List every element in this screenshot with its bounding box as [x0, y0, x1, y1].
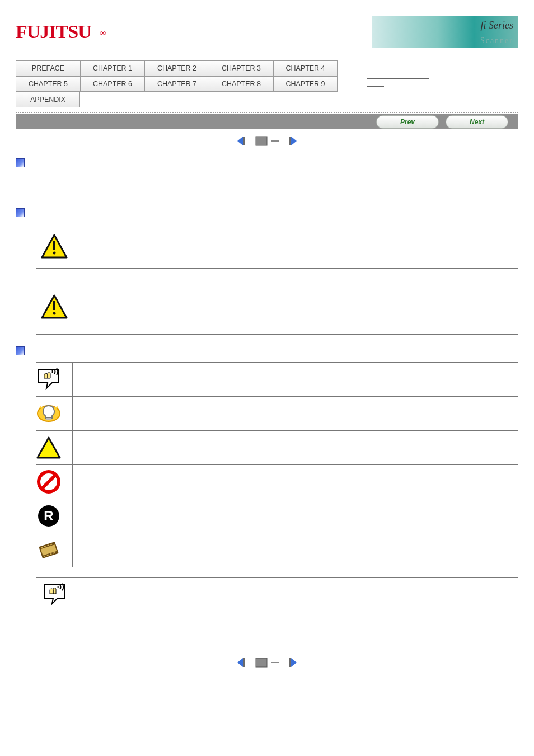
- svg-rect-10: [53, 301, 55, 310]
- warning-triangle-icon: [41, 234, 68, 259]
- tab-chapter-7[interactable]: CHAPTER 7: [144, 76, 209, 92]
- svg-marker-39: [291, 658, 297, 667]
- divider-dotted: [16, 112, 518, 113]
- brand-logo-text: FUJITSU: [16, 21, 91, 42]
- note-box: [36, 577, 518, 640]
- pager-sep-icon: [271, 135, 279, 147]
- tab-chapter-5[interactable]: CHAPTER 5: [16, 76, 80, 92]
- table-row: R: [36, 499, 518, 533]
- tab-chapter-4[interactable]: CHAPTER 4: [273, 60, 338, 76]
- next-button[interactable]: Next: [446, 115, 508, 129]
- tab-chapter-1[interactable]: CHAPTER 1: [80, 60, 144, 76]
- svg-rect-2: [256, 137, 267, 145]
- section-bullet-icon: [16, 346, 25, 355]
- warning-triangle-icon: [41, 294, 68, 319]
- svg-rect-4: [289, 137, 291, 145]
- pager-bottom: [16, 657, 518, 668]
- warning-box-2: [36, 279, 518, 335]
- chapter-tabs: PREFACE CHAPTER 1 CHAPTER 2 CHAPTER 3 CH…: [16, 60, 338, 107]
- section-bullet-icon: [16, 208, 25, 217]
- tab-chapter-3[interactable]: CHAPTER 3: [209, 60, 273, 76]
- pager-top: [16, 135, 518, 147]
- svg-marker-0: [237, 137, 243, 145]
- svg-rect-35: [243, 658, 245, 667]
- tab-chapter-8[interactable]: CHAPTER 8: [209, 76, 273, 92]
- warning-triangle-plain-icon: [36, 436, 61, 459]
- movie-clip-icon: [36, 538, 61, 562]
- series-banner-title: fi Series: [481, 20, 514, 31]
- svg-marker-17: [38, 438, 60, 458]
- pager-page-icon: [255, 657, 268, 668]
- table-row: [36, 431, 518, 465]
- tab-appendix[interactable]: APPENDIX: [16, 92, 80, 107]
- table-row: [36, 397, 518, 431]
- table-row: [36, 363, 518, 397]
- svg-rect-3: [271, 140, 279, 142]
- pager-prev-icon[interactable]: [236, 657, 252, 668]
- svg-point-11: [53, 312, 56, 315]
- tab-chapter-2[interactable]: CHAPTER 2: [144, 60, 209, 76]
- pager-prev-icon[interactable]: [236, 135, 252, 147]
- svg-marker-33: [44, 585, 64, 604]
- svg-rect-37: [271, 662, 279, 663]
- contents-lines: [362, 60, 518, 87]
- pager-page-icon: [255, 135, 268, 147]
- pager-next-icon[interactable]: [282, 135, 298, 147]
- recycle-icon: R: [36, 504, 61, 528]
- svg-text:R: R: [44, 508, 53, 523]
- tab-preface[interactable]: PREFACE: [16, 60, 80, 76]
- svg-marker-5: [291, 137, 297, 145]
- prev-button[interactable]: Prev: [376, 115, 439, 129]
- svg-rect-7: [53, 241, 55, 250]
- svg-point-8: [53, 252, 56, 255]
- tab-chapter-9[interactable]: CHAPTER 9: [273, 76, 338, 92]
- nav-bar: Prev Next: [16, 114, 518, 129]
- table-row: [36, 533, 518, 567]
- svg-rect-38: [289, 658, 291, 667]
- symbols-table: R: [36, 362, 518, 567]
- brand-logo: FUJITSU: [16, 21, 95, 43]
- section-bullet-icon: [16, 158, 25, 167]
- svg-rect-36: [256, 658, 267, 667]
- svg-rect-1: [243, 137, 245, 145]
- series-banner-sub: Scanner: [480, 36, 513, 45]
- svg-rect-14: [46, 418, 51, 420]
- tab-chapter-6[interactable]: CHAPTER 6: [80, 76, 144, 92]
- table-row: [36, 465, 518, 499]
- pager-sep-icon: [271, 657, 279, 668]
- warning-box-1: [36, 224, 518, 269]
- pager-next-icon[interactable]: [282, 657, 298, 668]
- contents-line-2: [367, 78, 429, 79]
- svg-marker-12: [39, 369, 59, 388]
- prohibited-icon: [36, 469, 61, 494]
- series-banner: fi Series Scanner: [372, 16, 518, 48]
- contents-line-3: [367, 86, 384, 87]
- attention-hand-icon: [42, 583, 67, 607]
- svg-marker-34: [237, 658, 243, 667]
- contents-line-1: [367, 69, 518, 69]
- attention-hand-icon: [36, 367, 61, 392]
- hint-bulb-icon: [36, 401, 61, 426]
